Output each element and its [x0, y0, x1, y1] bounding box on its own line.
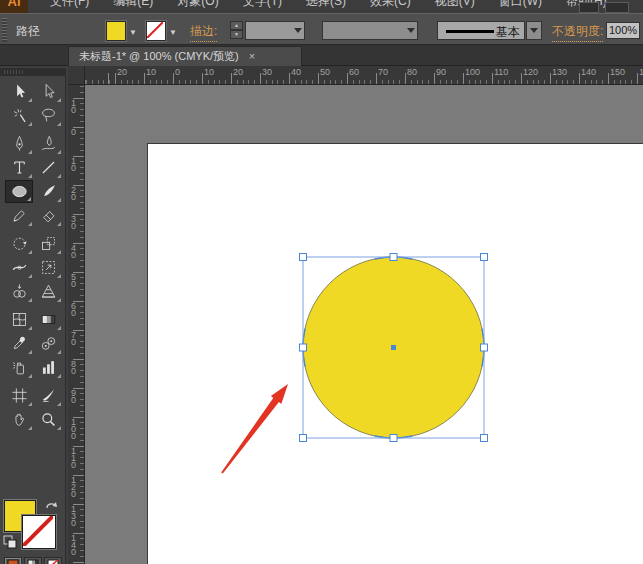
paintbrush-tool-icon — [39, 182, 58, 201]
document-tab[interactable]: 未标题-1* @ 100% (CMYK/预览) × — [68, 46, 302, 66]
h-ruler-label: 130 — [552, 67, 567, 77]
arrange-documents-button[interactable] — [579, 2, 599, 13]
curvature-tool[interactable] — [34, 132, 62, 155]
curvature-tool-icon — [39, 134, 58, 153]
horizontal-ruler[interactable]: 2010010203040506070809010011012013014015… — [85, 66, 643, 85]
v-ruler-label: 1 1 0 — [68, 448, 79, 469]
paintbrush-tool[interactable] — [34, 180, 62, 203]
stepper-up-icon[interactable]: ▲ — [230, 21, 243, 30]
eraser-tool[interactable] — [34, 204, 62, 227]
brush-definition-dropdown[interactable]: 基本 — [437, 21, 525, 40]
type-tool[interactable] — [5, 156, 33, 179]
menu-3[interactable]: 对象(O) — [165, 0, 230, 10]
stepper-down-icon[interactable]: ▼ — [230, 30, 243, 39]
selection-tool[interactable] — [5, 80, 33, 103]
perspective-grid-tool[interactable] — [34, 280, 62, 303]
selection-handle[interactable] — [300, 254, 307, 261]
selection-handle[interactable] — [390, 254, 397, 261]
annotation-arrow — [221, 384, 288, 474]
menu-1[interactable]: 文件(F) — [38, 0, 101, 10]
ellipse-tool-icon — [10, 182, 29, 201]
panel-grip[interactable] — [2, 18, 7, 42]
zoom-tool[interactable] — [34, 408, 62, 431]
selection-handle[interactable] — [300, 435, 307, 442]
fill-stroke-widget — [0, 496, 66, 552]
tools-panel-header[interactable] — [0, 68, 65, 76]
swap-fill-stroke-icon[interactable] — [44, 498, 60, 512]
h-ruler-label: 140 — [581, 67, 596, 77]
mesh-tool[interactable] — [5, 308, 33, 331]
v-ruler-label: 1 4 0 — [68, 535, 79, 556]
blend-tool[interactable] — [34, 332, 62, 355]
rotate-tool-icon — [10, 234, 29, 253]
scale-tool[interactable] — [34, 232, 62, 255]
symbol-sprayer-tool[interactable] — [5, 356, 33, 379]
slice-tool[interactable] — [34, 384, 62, 407]
chevron-down-icon — [294, 28, 302, 33]
direct-selection-tool[interactable] — [34, 80, 62, 103]
column-graph-tool[interactable] — [34, 356, 62, 379]
fill-color-swatch[interactable] — [106, 21, 126, 41]
stroke-dropdown-arrow-icon[interactable]: ▼ — [166, 27, 180, 39]
artboard-tool[interactable] — [5, 384, 33, 407]
none-slash-icon — [147, 22, 163, 38]
h-ruler-label: 80 — [407, 67, 417, 77]
fill-dropdown-arrow-icon[interactable]: ▼ — [126, 27, 140, 39]
stroke-width-stepper[interactable]: ▲ ▼ — [230, 21, 243, 40]
stroke-panel-link[interactable]: 描边: — [190, 23, 217, 42]
gradient-tool[interactable] — [34, 308, 62, 331]
pencil-tool[interactable] — [5, 204, 33, 227]
selection-handle[interactable] — [300, 344, 307, 351]
pencil-tool-icon — [10, 206, 29, 225]
opacity-input[interactable]: 100% — [606, 22, 640, 39]
workspace-button[interactable] — [605, 2, 629, 13]
selection-handle[interactable] — [481, 435, 488, 442]
vertical-ruler[interactable]: 1 001 02 03 04 05 06 07 08 09 01 0 01 1 … — [68, 85, 85, 564]
stroke-width-dropdown[interactable] — [245, 21, 305, 40]
menu-4[interactable]: 文字(T) — [231, 0, 294, 10]
menu-8[interactable]: 窗口(W) — [487, 0, 554, 10]
stroke-swatch[interactable] — [22, 515, 56, 549]
stroke-color-swatch[interactable] — [146, 21, 166, 41]
selection-handle[interactable] — [481, 344, 488, 351]
width-tool[interactable] — [5, 256, 33, 279]
lasso-tool[interactable] — [34, 104, 62, 127]
menu-6[interactable]: 效果(C) — [358, 0, 423, 10]
brush-dropdown-button[interactable] — [526, 21, 542, 40]
shape-builder-tool[interactable] — [5, 280, 33, 303]
h-ruler-label: 100 — [465, 67, 480, 77]
variable-width-profile-dropdown[interactable] — [322, 21, 418, 40]
gradient-mode-button[interactable] — [24, 557, 42, 564]
selection-tool-icon — [10, 82, 29, 101]
free-transform-tool[interactable] — [34, 256, 62, 279]
none-mode-button[interactable] — [44, 557, 62, 564]
slice-tool-icon — [39, 386, 58, 405]
selection-handle[interactable] — [390, 435, 397, 442]
rotate-tool[interactable] — [5, 232, 33, 255]
menu-5[interactable]: 选择(S) — [294, 0, 358, 10]
opacity-panel-link[interactable]: 不透明度: — [552, 23, 603, 42]
close-tab-icon[interactable]: × — [249, 51, 255, 62]
magic-wand-tool-icon — [10, 106, 29, 125]
color-mode-button[interactable] — [4, 557, 22, 564]
h-ruler-label: 70 — [378, 67, 388, 77]
line-segment-tool[interactable] — [34, 156, 62, 179]
pasteboard[interactable] — [85, 85, 643, 564]
v-ruler-label: 1 0 — [68, 158, 79, 172]
hand-tool[interactable] — [5, 408, 33, 431]
selection-type-label: 路径 — [16, 23, 40, 40]
pen-tool[interactable] — [5, 132, 33, 155]
menu-2[interactable]: 编辑(E) — [101, 0, 165, 10]
hand-tool-icon — [10, 410, 29, 429]
eyedropper-tool[interactable] — [5, 332, 33, 355]
ruler-origin-corner[interactable] — [68, 66, 85, 85]
selection-handle[interactable] — [481, 254, 488, 261]
column-graph-tool-icon — [39, 358, 58, 377]
width-tool-icon — [10, 258, 29, 277]
menu-7[interactable]: 视图(V) — [423, 0, 487, 10]
line-segment-tool-icon — [39, 158, 58, 177]
document-area: 2010010203040506070809010011012013014015… — [68, 66, 643, 564]
default-fill-stroke-icon[interactable] — [3, 535, 18, 550]
magic-wand-tool[interactable] — [5, 104, 33, 127]
ellipse-tool[interactable] — [5, 180, 33, 203]
